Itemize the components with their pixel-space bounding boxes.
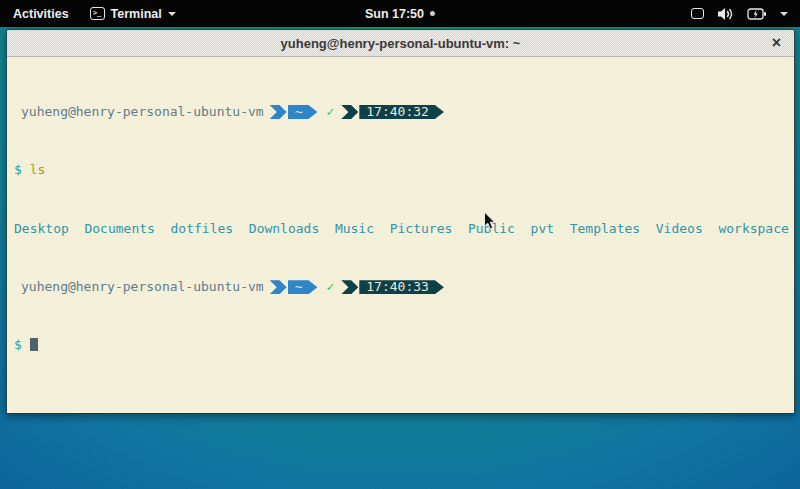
prompt-cwd: ~ [295, 105, 303, 120]
prompt-line: yuheng@henry-personal-ubuntu-vm ~ ✓ 17:4… [14, 280, 794, 295]
powerline-arrow-icon [341, 105, 358, 119]
status-check-icon: ✓ [326, 280, 334, 295]
prompt-timestamp: 17:40:33 [366, 280, 429, 295]
chevron-down-icon [168, 12, 176, 16]
prompt-cwd: ~ [295, 280, 303, 295]
prompt-cwd-segment: ~ [288, 280, 318, 294]
prompt-dollar: $ [14, 162, 22, 177]
status-check-icon: ✓ [326, 105, 334, 120]
terminal-cursor [30, 338, 38, 351]
ls-output-line: Desktop Documents dotfiles Downloads Mus… [14, 222, 794, 237]
notification-dot-icon [430, 11, 435, 16]
top-bar: Activities >_ Terminal Sun 17:50 [0, 0, 800, 27]
prompt-user-host: yuheng@henry-personal-ubuntu-vm [14, 280, 264, 295]
prompt-timestamp: 17:40:32 [366, 105, 429, 120]
command-line: $ls [14, 163, 794, 178]
app-menu-terminal[interactable]: >_ Terminal [82, 0, 184, 27]
activities-button[interactable]: Activities [0, 0, 82, 27]
app-menu-label: Terminal [111, 7, 162, 21]
powerline-arrow-icon [270, 280, 287, 294]
battery-charging-icon [747, 8, 767, 20]
typed-command: ls [30, 162, 46, 177]
prompt-line: yuheng@henry-personal-ubuntu-vm ~ ✓ 17:4… [14, 105, 794, 120]
clock-button[interactable]: Sun 17:50 [365, 0, 435, 27]
input-line: $ [14, 338, 794, 353]
window-titlebar[interactable]: yuheng@henry-personal-ubuntu-vm: ~ × [7, 30, 794, 57]
prompt-time-segment: 17:40:32 [359, 105, 444, 119]
activities-label: Activities [13, 7, 69, 21]
prompt-dollar: $ [14, 337, 22, 352]
close-button[interactable]: × [772, 35, 781, 51]
terminal-window: yuheng@henry-personal-ubuntu-vm: ~ × yuh… [6, 29, 795, 414]
prompt-time-segment: 17:40:33 [359, 280, 444, 294]
powerline-arrow-icon [270, 105, 287, 119]
terminal-screen[interactable]: yuheng@henry-personal-ubuntu-vm ~ ✓ 17:4… [7, 57, 794, 413]
system-status-area[interactable] [691, 0, 800, 27]
volume-icon [717, 7, 734, 21]
window-title: yuheng@henry-personal-ubuntu-vm: ~ [281, 36, 521, 51]
terminal-app-icon: >_ [90, 7, 105, 20]
mouse-cursor [483, 211, 496, 231]
prompt-user-host: yuheng@henry-personal-ubuntu-vm [14, 105, 264, 120]
clock-label: Sun 17:50 [365, 7, 424, 21]
powerline-arrow-icon [341, 280, 358, 294]
prompt-cwd-segment: ~ [288, 105, 318, 119]
screen-icon [691, 8, 704, 19]
chevron-down-icon [780, 12, 788, 16]
